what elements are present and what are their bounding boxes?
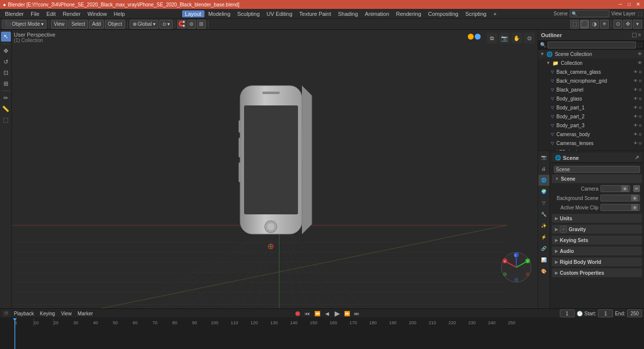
- add-menu[interactable]: Add: [89, 20, 104, 29]
- scene-name-value[interactable]: Scene: [554, 166, 640, 173]
- tool-add-cube[interactable]: ⬚: [1, 115, 11, 125]
- scene-expand-icon[interactable]: ↗: [635, 154, 639, 161]
- item-vis-2[interactable]: 👁: [634, 79, 638, 83]
- movie-clip-browse-icon[interactable]: ⊕: [631, 204, 638, 211]
- bg-scene-browse-icon[interactable]: ⊕: [631, 195, 638, 201]
- record-btn[interactable]: ⏺: [293, 309, 302, 318]
- item-sel-2[interactable]: ⊙: [639, 79, 642, 83]
- select-menu[interactable]: Select: [68, 20, 88, 29]
- viewport-grab-btn[interactable]: ✋: [511, 33, 522, 44]
- transform-selector[interactable]: ⊕ Global ▾: [130, 20, 158, 29]
- title-bar-controls[interactable]: ─ □ ✕: [617, 1, 641, 7]
- current-frame-display[interactable]: 1: [560, 309, 575, 317]
- item-vis-8[interactable]: 👁: [634, 132, 638, 137]
- item-sel-6[interactable]: ⊙: [639, 114, 642, 119]
- prop-tab-constraints[interactable]: 🔗: [539, 243, 549, 254]
- scene-section-header[interactable]: ▼ Scene: [552, 174, 642, 183]
- tl-keying[interactable]: Keying: [38, 311, 57, 316]
- tool-measure[interactable]: 📏: [1, 104, 11, 114]
- item-vis-5[interactable]: 👁: [634, 105, 638, 110]
- maximize-button[interactable]: □: [626, 1, 632, 7]
- jump-start-btn[interactable]: ⏮: [303, 309, 312, 318]
- tab-add[interactable]: +: [491, 10, 499, 17]
- prop-tab-object[interactable]: ▽: [539, 198, 549, 208]
- jump-end-btn[interactable]: ⏭: [352, 309, 361, 318]
- tab-texture-paint[interactable]: Texture Paint: [297, 10, 334, 17]
- play-reverse-btn[interactable]: ◀: [323, 309, 332, 318]
- tab-rendering[interactable]: Rendering: [393, 10, 424, 17]
- gizmos-btn[interactable]: ✥: [623, 20, 632, 29]
- close-button[interactable]: ✕: [635, 1, 641, 7]
- prop-tab-render[interactable]: 📷: [539, 152, 549, 163]
- tool-annotate[interactable]: ✏: [1, 93, 11, 103]
- menu-blender[interactable]: Blender: [2, 10, 27, 17]
- tab-layout[interactable]: Layout: [182, 10, 204, 17]
- step-back-btn[interactable]: ⏪: [313, 309, 322, 318]
- tab-animation[interactable]: Animation: [362, 10, 392, 17]
- item-sel-1[interactable]: ⊙: [639, 70, 642, 74]
- pivot-selector[interactable]: ⊙ ▾: [159, 20, 173, 29]
- item-vis-7[interactable]: 👁: [634, 123, 638, 128]
- audio-header[interactable]: ▶ Audio: [552, 247, 642, 255]
- prop-tab-physics[interactable]: ⚡: [539, 232, 549, 243]
- custom-props-header[interactable]: ▶ Custom Properties: [552, 268, 642, 277]
- overlays-btn[interactable]: ⊙: [613, 20, 622, 29]
- prop-tab-data[interactable]: 📊: [539, 254, 549, 265]
- bg-scene-value[interactable]: ⊕: [600, 195, 640, 201]
- rigid-body-header[interactable]: ▶ Rigid Body World: [552, 257, 642, 266]
- end-frame-display[interactable]: 250: [627, 309, 642, 317]
- coll-vis[interactable]: 👁: [638, 60, 642, 65]
- outliner-filter-icon[interactable]: ⬚: [632, 32, 637, 38]
- outliner-item-body-glass[interactable]: ▽ Body_glass 👁 ⊙: [538, 94, 644, 103]
- mode-selector[interactable]: ⬛ Object Mode ▾: [2, 20, 47, 29]
- tab-compositing[interactable]: Compositing: [425, 10, 461, 17]
- timeline-ruler-area[interactable]: 1 10 20 30 40 50 60 70 80 90 100 110 120…: [0, 318, 644, 349]
- menu-help[interactable]: Help: [111, 10, 128, 17]
- outliner-item-cameras-lenses[interactable]: ▽ Cameras_lenses 👁 ⊙: [538, 139, 644, 148]
- menu-window[interactable]: Window: [85, 10, 110, 17]
- menu-render[interactable]: Render: [60, 10, 84, 17]
- keying-sets-header[interactable]: ▶ Keying Sets: [552, 236, 642, 245]
- prop-tab-particles[interactable]: ✨: [539, 220, 549, 231]
- prop-tab-modifiers[interactable]: 🔧: [539, 209, 549, 220]
- tl-playback[interactable]: Playback: [12, 311, 36, 316]
- play-btn[interactable]: ▶: [333, 309, 342, 318]
- prop-tab-scene[interactable]: 🌐: [539, 175, 549, 186]
- outliner-item-led-body[interactable]: ▽ LED_body 👁 ⊙: [538, 148, 644, 150]
- outliner-item-body-part-1[interactable]: ▽ Body_part_1 👁 ⊙: [538, 103, 644, 112]
- camera-browse-icon[interactable]: ⊕: [621, 185, 628, 192]
- viewport-3d[interactable]: User Perspective (1) Collection: [12, 30, 538, 308]
- tool-rotate[interactable]: ↺: [1, 57, 11, 67]
- tab-uv-editing[interactable]: UV Editing: [264, 10, 296, 17]
- menu-edit[interactable]: Edit: [44, 10, 59, 17]
- prop-tab-output[interactable]: 🖨: [539, 163, 549, 174]
- item-vis-6[interactable]: 👁: [634, 114, 638, 119]
- tab-sculpting[interactable]: Sculpting: [234, 10, 262, 17]
- tl-view[interactable]: View: [59, 311, 74, 316]
- item-vis-1[interactable]: 👁: [634, 70, 638, 74]
- tl-marker[interactable]: Marker: [76, 311, 95, 316]
- item-sel-10[interactable]: ⊙: [639, 150, 642, 151]
- tab-scripting[interactable]: Scripting: [462, 10, 490, 17]
- outliner-item-black-panel[interactable]: ▽ Black_panel 👁 ⊙: [538, 85, 644, 94]
- viewport-shading-wire[interactable]: ⬚: [570, 20, 579, 29]
- viewport-shading-solid[interactable]: ⬛: [580, 20, 589, 29]
- camera-edit-icon[interactable]: ✏: [633, 185, 640, 192]
- viewport-camera-btn[interactable]: 📷: [499, 33, 510, 44]
- viewport-focus-btn[interactable]: ⊙: [524, 33, 535, 44]
- outliner-item-back-camera-glass[interactable]: ▽ Back_camera_glass 👁 ⊙: [538, 67, 644, 76]
- item-vis-9[interactable]: 👁: [634, 141, 638, 146]
- prop-tab-world[interactable]: 🌍: [539, 186, 549, 197]
- outliner-options-icon[interactable]: ≡: [638, 32, 641, 38]
- tool-move[interactable]: ✥: [1, 46, 11, 56]
- viewport-overlay-toggle[interactable]: ⧉: [487, 33, 497, 44]
- item-sel-9[interactable]: ⊙: [639, 141, 642, 146]
- view-menu[interactable]: View: [51, 20, 68, 29]
- vis-eye[interactable]: 👁: [638, 51, 642, 56]
- item-sel-8[interactable]: ⊙: [639, 132, 642, 137]
- tab-shading[interactable]: Shading: [335, 10, 361, 17]
- menu-file[interactable]: File: [28, 10, 43, 17]
- viewport-shading-material[interactable]: ◑: [590, 20, 599, 29]
- outliner-item-body-part-3[interactable]: ▽ Body_part_3 👁 ⊙: [538, 121, 644, 130]
- camera-value[interactable]: ⊕: [600, 185, 630, 192]
